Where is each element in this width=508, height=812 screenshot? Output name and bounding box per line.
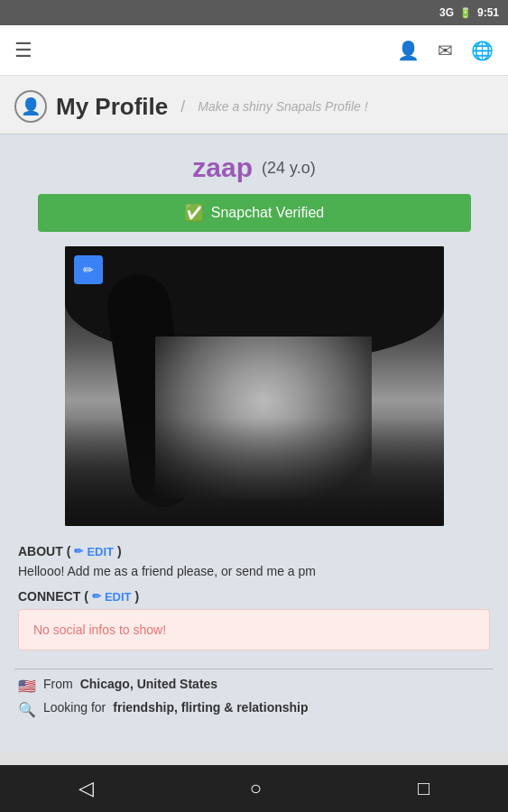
edit-photo-button[interactable]: ✏	[74, 255, 103, 284]
profile-photo-container: ✏	[65, 246, 444, 526]
connect-label: CONNECT	[18, 589, 80, 604]
search-small-icon: 🔍	[18, 701, 36, 718]
connect-open-paren: (	[84, 589, 88, 604]
status-bar: 3G 🔋 9:51	[0, 0, 508, 25]
main-content: zaap (24 y.o) ✅ Snapchat Verified ✏ ABOU…	[0, 134, 508, 752]
profile-username: zaap	[192, 152, 253, 183]
about-close-paren: )	[117, 544, 122, 558]
breadcrumb-subtitle: Make a shiny Snapals Profile !	[198, 99, 367, 114]
looking-for-value: friendship, flirting & relationship	[113, 700, 308, 715]
location-value: Chicago, United States	[80, 677, 217, 691]
home-button[interactable]: ○	[250, 777, 262, 800]
about-edit-button[interactable]: EDIT	[87, 545, 114, 558]
time-display: 9:51	[477, 6, 499, 19]
location-row: 🇺🇸 From Chicago, United States	[18, 677, 490, 695]
section-divider	[14, 669, 494, 669]
nav-right: 👤 ✉ 🌐	[397, 40, 494, 61]
profile-name-row: zaap (24 y.o)	[192, 152, 315, 183]
connect-close-paren: )	[135, 589, 140, 604]
person-circle-icon: 👤	[21, 97, 41, 116]
photo-bottom-fade	[65, 418, 444, 526]
verified-check-icon: ✅	[184, 203, 204, 223]
about-section: ABOUT ( ✏ EDIT ) Hellooo! Add me as a fr…	[14, 544, 494, 578]
profile-age: (24 y.o)	[262, 159, 316, 178]
pencil-icon: ✏	[83, 263, 94, 277]
flag-icon: 🇺🇸	[18, 678, 36, 695]
top-nav: ☰ 👤 ✉ 🌐	[0, 25, 508, 76]
bottom-nav: ◁ ○ □	[0, 765, 508, 812]
person-icon[interactable]: 👤	[397, 40, 420, 61]
social-empty-message: No social infos to show!	[18, 609, 490, 651]
globe-icon[interactable]: 🌐	[471, 40, 494, 61]
signal-indicator: 3G	[439, 6, 454, 19]
page-header: 👤 My Profile / Make a shiny Snapals Prof…	[0, 76, 508, 134]
about-label: ABOUT	[18, 544, 63, 558]
connect-edit-button[interactable]: EDIT	[105, 590, 132, 604]
about-content: Hellooo! Add me as a friend please, or s…	[18, 564, 490, 578]
mail-icon[interactable]: ✉	[438, 40, 453, 61]
location-prefix: From	[43, 677, 73, 691]
back-button[interactable]: ◁	[79, 777, 94, 800]
battery-icon: 🔋	[459, 7, 472, 19]
recents-button[interactable]: □	[418, 777, 429, 800]
about-open-paren: (	[67, 544, 71, 558]
nav-left: ☰	[14, 39, 32, 62]
verified-label: Snapchat Verified	[211, 205, 324, 221]
verified-badge: ✅ Snapchat Verified	[38, 194, 471, 232]
profile-photo	[65, 246, 444, 526]
profile-header-icon: 👤	[14, 90, 47, 123]
about-section-header: ABOUT ( ✏ EDIT )	[18, 544, 490, 558]
about-edit-pencil-icon: ✏	[74, 545, 83, 558]
looking-for-row: 🔍 Looking for friendship, flirting & rel…	[18, 700, 490, 718]
page-title: My Profile	[56, 93, 168, 121]
breadcrumb-separator: /	[180, 97, 185, 116]
connect-section-header: CONNECT ( ✏ EDIT )	[18, 589, 490, 604]
connect-section: CONNECT ( ✏ EDIT ) No social infos to sh…	[14, 589, 494, 651]
hamburger-menu-icon[interactable]: ☰	[14, 39, 32, 62]
connect-edit-pencil-icon: ✏	[92, 590, 101, 603]
location-section: 🇺🇸 From Chicago, United States 🔍 Looking…	[14, 677, 494, 724]
looking-for-prefix: Looking for	[43, 700, 106, 715]
